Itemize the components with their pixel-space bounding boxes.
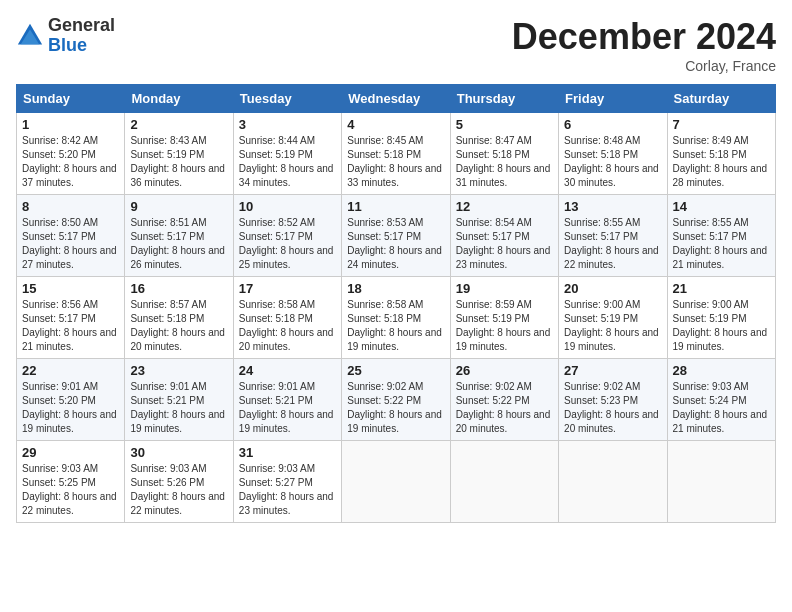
- day-cell: 21Sunrise: 9:00 AMSunset: 5:19 PMDayligh…: [667, 277, 775, 359]
- day-number: 24: [239, 363, 336, 378]
- logo: General Blue: [16, 16, 115, 56]
- day-number: 30: [130, 445, 227, 460]
- day-detail: Sunrise: 9:01 AMSunset: 5:20 PMDaylight:…: [22, 380, 119, 436]
- day-detail: Sunrise: 8:43 AMSunset: 5:19 PMDaylight:…: [130, 134, 227, 190]
- day-cell: 2Sunrise: 8:43 AMSunset: 5:19 PMDaylight…: [125, 113, 233, 195]
- day-cell: 23Sunrise: 9:01 AMSunset: 5:21 PMDayligh…: [125, 359, 233, 441]
- day-cell: 20Sunrise: 9:00 AMSunset: 5:19 PMDayligh…: [559, 277, 667, 359]
- day-detail: Sunrise: 8:58 AMSunset: 5:18 PMDaylight:…: [239, 298, 336, 354]
- day-number: 21: [673, 281, 770, 296]
- day-cell: 22Sunrise: 9:01 AMSunset: 5:20 PMDayligh…: [17, 359, 125, 441]
- calendar-table: SundayMondayTuesdayWednesdayThursdayFrid…: [16, 84, 776, 523]
- day-cell: 5Sunrise: 8:47 AMSunset: 5:18 PMDaylight…: [450, 113, 558, 195]
- header-row: SundayMondayTuesdayWednesdayThursdayFrid…: [17, 85, 776, 113]
- day-cell: [342, 441, 450, 523]
- column-header-thursday: Thursday: [450, 85, 558, 113]
- day-number: 16: [130, 281, 227, 296]
- day-cell: 28Sunrise: 9:03 AMSunset: 5:24 PMDayligh…: [667, 359, 775, 441]
- page-header: General Blue December 2024 Corlay, Franc…: [16, 16, 776, 74]
- column-header-tuesday: Tuesday: [233, 85, 341, 113]
- day-detail: Sunrise: 9:03 AMSunset: 5:27 PMDaylight:…: [239, 462, 336, 518]
- day-number: 26: [456, 363, 553, 378]
- day-detail: Sunrise: 8:42 AMSunset: 5:20 PMDaylight:…: [22, 134, 119, 190]
- day-cell: 17Sunrise: 8:58 AMSunset: 5:18 PMDayligh…: [233, 277, 341, 359]
- day-number: 1: [22, 117, 119, 132]
- day-number: 9: [130, 199, 227, 214]
- day-detail: Sunrise: 8:50 AMSunset: 5:17 PMDaylight:…: [22, 216, 119, 272]
- day-cell: [450, 441, 558, 523]
- week-row-3: 15Sunrise: 8:56 AMSunset: 5:17 PMDayligh…: [17, 277, 776, 359]
- column-header-monday: Monday: [125, 85, 233, 113]
- day-cell: 19Sunrise: 8:59 AMSunset: 5:19 PMDayligh…: [450, 277, 558, 359]
- logo-blue: Blue: [48, 35, 87, 55]
- day-cell: 15Sunrise: 8:56 AMSunset: 5:17 PMDayligh…: [17, 277, 125, 359]
- day-cell: 13Sunrise: 8:55 AMSunset: 5:17 PMDayligh…: [559, 195, 667, 277]
- day-number: 13: [564, 199, 661, 214]
- day-detail: Sunrise: 9:02 AMSunset: 5:22 PMDaylight:…: [456, 380, 553, 436]
- day-number: 11: [347, 199, 444, 214]
- day-detail: Sunrise: 8:49 AMSunset: 5:18 PMDaylight:…: [673, 134, 770, 190]
- day-cell: 14Sunrise: 8:55 AMSunset: 5:17 PMDayligh…: [667, 195, 775, 277]
- day-detail: Sunrise: 8:57 AMSunset: 5:18 PMDaylight:…: [130, 298, 227, 354]
- day-detail: Sunrise: 8:55 AMSunset: 5:17 PMDaylight:…: [564, 216, 661, 272]
- column-header-wednesday: Wednesday: [342, 85, 450, 113]
- day-cell: 6Sunrise: 8:48 AMSunset: 5:18 PMDaylight…: [559, 113, 667, 195]
- day-number: 17: [239, 281, 336, 296]
- day-detail: Sunrise: 8:59 AMSunset: 5:19 PMDaylight:…: [456, 298, 553, 354]
- day-number: 14: [673, 199, 770, 214]
- week-row-1: 1Sunrise: 8:42 AMSunset: 5:20 PMDaylight…: [17, 113, 776, 195]
- day-cell: 26Sunrise: 9:02 AMSunset: 5:22 PMDayligh…: [450, 359, 558, 441]
- day-number: 7: [673, 117, 770, 132]
- day-detail: Sunrise: 8:52 AMSunset: 5:17 PMDaylight:…: [239, 216, 336, 272]
- day-cell: 11Sunrise: 8:53 AMSunset: 5:17 PMDayligh…: [342, 195, 450, 277]
- week-row-4: 22Sunrise: 9:01 AMSunset: 5:20 PMDayligh…: [17, 359, 776, 441]
- day-detail: Sunrise: 8:53 AMSunset: 5:17 PMDaylight:…: [347, 216, 444, 272]
- column-header-friday: Friday: [559, 85, 667, 113]
- day-number: 22: [22, 363, 119, 378]
- day-cell: 8Sunrise: 8:50 AMSunset: 5:17 PMDaylight…: [17, 195, 125, 277]
- day-number: 20: [564, 281, 661, 296]
- day-cell: 3Sunrise: 8:44 AMSunset: 5:19 PMDaylight…: [233, 113, 341, 195]
- day-number: 12: [456, 199, 553, 214]
- day-cell: 12Sunrise: 8:54 AMSunset: 5:17 PMDayligh…: [450, 195, 558, 277]
- day-detail: Sunrise: 8:58 AMSunset: 5:18 PMDaylight:…: [347, 298, 444, 354]
- day-cell: 7Sunrise: 8:49 AMSunset: 5:18 PMDaylight…: [667, 113, 775, 195]
- day-number: 28: [673, 363, 770, 378]
- day-number: 5: [456, 117, 553, 132]
- day-cell: 29Sunrise: 9:03 AMSunset: 5:25 PMDayligh…: [17, 441, 125, 523]
- day-detail: Sunrise: 8:48 AMSunset: 5:18 PMDaylight:…: [564, 134, 661, 190]
- day-cell: 9Sunrise: 8:51 AMSunset: 5:17 PMDaylight…: [125, 195, 233, 277]
- day-number: 18: [347, 281, 444, 296]
- week-row-5: 29Sunrise: 9:03 AMSunset: 5:25 PMDayligh…: [17, 441, 776, 523]
- day-number: 23: [130, 363, 227, 378]
- location: Corlay, France: [512, 58, 776, 74]
- day-detail: Sunrise: 9:00 AMSunset: 5:19 PMDaylight:…: [673, 298, 770, 354]
- day-detail: Sunrise: 8:44 AMSunset: 5:19 PMDaylight:…: [239, 134, 336, 190]
- day-detail: Sunrise: 9:03 AMSunset: 5:24 PMDaylight:…: [673, 380, 770, 436]
- day-number: 25: [347, 363, 444, 378]
- logo-text: General Blue: [48, 16, 115, 56]
- day-number: 27: [564, 363, 661, 378]
- day-cell: 27Sunrise: 9:02 AMSunset: 5:23 PMDayligh…: [559, 359, 667, 441]
- week-row-2: 8Sunrise: 8:50 AMSunset: 5:17 PMDaylight…: [17, 195, 776, 277]
- day-number: 15: [22, 281, 119, 296]
- day-detail: Sunrise: 8:54 AMSunset: 5:17 PMDaylight:…: [456, 216, 553, 272]
- day-cell: 24Sunrise: 9:01 AMSunset: 5:21 PMDayligh…: [233, 359, 341, 441]
- day-detail: Sunrise: 9:01 AMSunset: 5:21 PMDaylight:…: [239, 380, 336, 436]
- day-detail: Sunrise: 8:51 AMSunset: 5:17 PMDaylight:…: [130, 216, 227, 272]
- day-number: 29: [22, 445, 119, 460]
- day-cell: 30Sunrise: 9:03 AMSunset: 5:26 PMDayligh…: [125, 441, 233, 523]
- day-number: 8: [22, 199, 119, 214]
- month-title: December 2024: [512, 16, 776, 58]
- title-block: December 2024 Corlay, France: [512, 16, 776, 74]
- day-detail: Sunrise: 8:47 AMSunset: 5:18 PMDaylight:…: [456, 134, 553, 190]
- day-detail: Sunrise: 9:01 AMSunset: 5:21 PMDaylight:…: [130, 380, 227, 436]
- day-number: 4: [347, 117, 444, 132]
- day-cell: 4Sunrise: 8:45 AMSunset: 5:18 PMDaylight…: [342, 113, 450, 195]
- day-cell: [559, 441, 667, 523]
- day-detail: Sunrise: 9:02 AMSunset: 5:22 PMDaylight:…: [347, 380, 444, 436]
- logo-icon: [16, 22, 44, 50]
- day-detail: Sunrise: 9:03 AMSunset: 5:26 PMDaylight:…: [130, 462, 227, 518]
- day-cell: 31Sunrise: 9:03 AMSunset: 5:27 PMDayligh…: [233, 441, 341, 523]
- day-number: 6: [564, 117, 661, 132]
